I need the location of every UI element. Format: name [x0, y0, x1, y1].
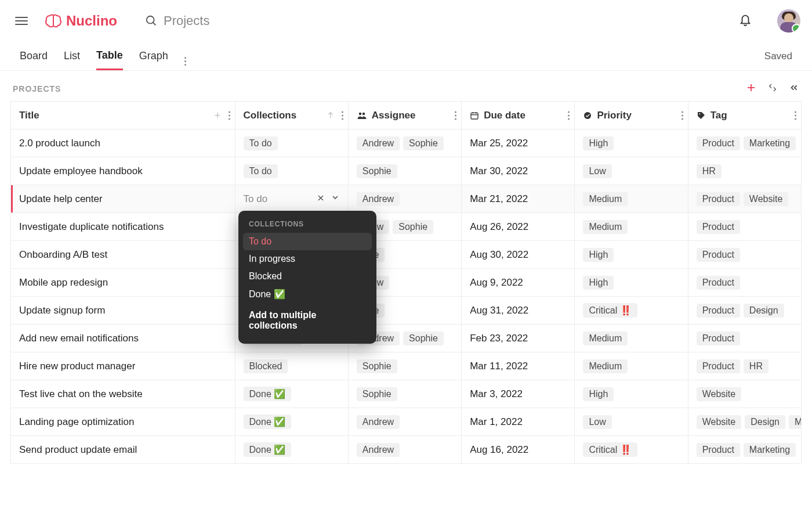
cell-tags[interactable]: ProductMarketing	[688, 436, 801, 464]
dropdown-toggle[interactable]	[331, 193, 340, 205]
table-row[interactable]: Update employee handbookTo doSophieMar 3…	[11, 157, 802, 185]
app-logo[interactable]: Nuclino	[44, 13, 117, 29]
cell-due-date[interactable]: Mar 3, 2022	[462, 380, 575, 408]
tab-graph[interactable]: Graph	[139, 43, 168, 69]
plus-icon[interactable]	[213, 111, 222, 120]
table-row[interactable]: 2.0 product launchTo doAndrewSophieMar 2…	[11, 129, 802, 157]
cell-collections[interactable]: Done ✅	[235, 436, 348, 464]
tab-table[interactable]: Table	[96, 42, 123, 70]
column-header-title[interactable]: Title	[11, 102, 235, 129]
cell-tags[interactable]: Product	[688, 325, 801, 352]
column-menu-icon[interactable]	[682, 111, 683, 120]
brain-icon	[44, 13, 63, 28]
cell-priority[interactable]: Medium	[575, 185, 688, 213]
hamburger-menu-icon[interactable]	[15, 15, 28, 27]
column-header-due-date[interactable]: Due date	[462, 102, 575, 129]
cell-due-date[interactable]: Mar 1, 2022	[462, 408, 575, 436]
table-row[interactable]: Hire new product managerBlockedSophieMar…	[11, 352, 802, 380]
cell-due-date[interactable]: Mar 30, 2022	[462, 157, 575, 185]
cell-assignee[interactable]: Andrew	[348, 185, 461, 213]
dropdown-item[interactable]: Blocked	[243, 268, 372, 285]
cell-assignee[interactable]: Andrew	[348, 436, 461, 464]
dropdown-item[interactable]: Done ✅	[243, 285, 372, 303]
cell-tags[interactable]: WebsiteDesignMark	[688, 408, 801, 436]
notifications-button[interactable]	[739, 13, 752, 28]
dropdown-item[interactable]: In progress	[243, 250, 372, 268]
column-header-collections[interactable]: Collections	[235, 102, 348, 129]
cell-assignee[interactable]: Sophie	[348, 157, 461, 185]
dropdown-item[interactable]: Add to multiple collections	[243, 307, 372, 334]
column-menu-icon[interactable]	[229, 111, 230, 120]
cell-tags[interactable]: ProductDesign	[688, 297, 801, 325]
minimize-panel-button[interactable]	[789, 82, 799, 95]
pill: High	[583, 276, 614, 290]
pill: Medium	[583, 359, 628, 373]
table-row[interactable]: Onboarding A/B test…ieAug 30, 2022HighPr…	[11, 241, 802, 269]
table-row[interactable]: Investigate duplicate notifications…ewSo…	[11, 213, 802, 241]
tab-board[interactable]: Board	[20, 43, 48, 69]
plus-icon	[746, 82, 756, 93]
cell-priority[interactable]: Medium	[575, 352, 688, 380]
column-menu-icon[interactable]	[342, 111, 343, 120]
cell-due-date[interactable]: Aug 30, 2022	[462, 241, 575, 269]
cell-priority[interactable]: Medium	[575, 213, 688, 241]
cell-priority[interactable]: High	[575, 269, 688, 297]
cell-tags[interactable]: Product	[688, 241, 801, 269]
cell-due-date[interactable]: Aug 16, 2022	[462, 436, 575, 464]
view-more-button[interactable]	[184, 51, 196, 62]
dropdown-item[interactable]: To do	[243, 233, 372, 250]
cell-collections[interactable]: Done ✅	[235, 408, 348, 436]
cell-priority[interactable]: Low	[575, 157, 688, 185]
table-row[interactable]: Mobile app redesign…ewAug 9, 2022HighPro…	[11, 269, 802, 297]
cell-assignee[interactable]: AndrewSophie	[348, 129, 461, 157]
table-row[interactable]: Test live chat on the websiteDone ✅Sophi…	[11, 380, 802, 408]
cell-priority[interactable]: Critical ‼️	[575, 297, 688, 325]
cell-assignee[interactable]: Sophie	[348, 380, 461, 408]
cell-tags[interactable]: Product	[688, 213, 801, 241]
cell-tags[interactable]: HR	[688, 157, 801, 185]
table-row[interactable]: Landing page optimizationDone ✅AndrewMar…	[11, 408, 802, 436]
column-header-tag[interactable]: Tag	[688, 102, 801, 129]
cell-tags[interactable]: ProductMarketing	[688, 129, 801, 157]
cell-due-date[interactable]: Feb 23, 2022	[462, 325, 575, 352]
cell-tags[interactable]: ProductWebsite	[688, 185, 801, 213]
search-box[interactable]: Projects	[145, 13, 209, 28]
cell-priority[interactable]: High	[575, 129, 688, 157]
cell-due-date[interactable]: Aug 26, 2022	[462, 213, 575, 241]
cell-priority[interactable]: Low	[575, 408, 688, 436]
cell-collections[interactable]: To do	[235, 185, 348, 213]
cell-due-date[interactable]: Mar 21, 2022	[462, 185, 575, 213]
table-row[interactable]: Update signup form…ieAug 31, 2022Critica…	[11, 297, 802, 325]
cell-priority[interactable]: Medium	[575, 325, 688, 352]
collapse-button[interactable]	[768, 83, 777, 95]
table-row[interactable]: Send product update emailDone ✅AndrewAug…	[11, 436, 802, 464]
cell-priority[interactable]: High	[575, 380, 688, 408]
cell-tags[interactable]: Website	[688, 380, 801, 408]
user-avatar[interactable]	[777, 9, 800, 33]
clear-button[interactable]	[317, 193, 325, 205]
cell-due-date[interactable]: Aug 31, 2022	[462, 297, 575, 325]
add-item-button[interactable]	[746, 82, 756, 95]
cell-due-date[interactable]: Mar 11, 2022	[462, 352, 575, 380]
cell-collections[interactable]: To do	[235, 157, 348, 185]
cell-collections[interactable]: Blocked	[235, 352, 348, 380]
cell-due-date[interactable]: Mar 25, 2022	[462, 129, 575, 157]
cell-tags[interactable]: Product	[688, 269, 801, 297]
table-row[interactable]: Add new email notificationsIn progressAn…	[11, 325, 802, 352]
column-header-priority[interactable]: Priority	[575, 102, 688, 129]
cell-collections[interactable]: To do	[235, 129, 348, 157]
column-menu-icon[interactable]	[795, 111, 796, 120]
cell-due-date[interactable]: Aug 9, 2022	[462, 269, 575, 297]
cell-priority[interactable]: High	[575, 241, 688, 269]
cell-collections[interactable]: Done ✅	[235, 380, 348, 408]
cell-tags[interactable]: ProductHR	[688, 352, 801, 380]
sort-asc-icon[interactable]	[327, 111, 335, 120]
column-header-assignee[interactable]: Assignee	[348, 102, 461, 129]
table-row[interactable]: Update help centerTo doAndrewMar 21, 202…	[11, 185, 802, 213]
cell-priority[interactable]: Critical ‼️	[575, 436, 688, 464]
column-menu-icon[interactable]	[568, 111, 570, 120]
tab-list[interactable]: List	[64, 43, 80, 69]
column-menu-icon[interactable]	[455, 111, 456, 120]
cell-assignee[interactable]: Sophie	[348, 352, 461, 380]
cell-assignee[interactable]: Andrew	[348, 408, 461, 436]
